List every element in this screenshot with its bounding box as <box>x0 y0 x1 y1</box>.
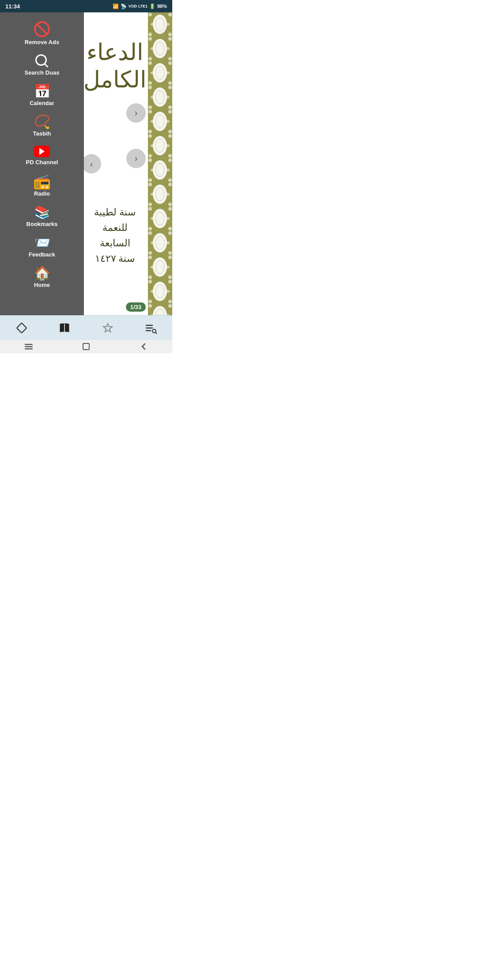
svg-rect-21 <box>25 346 33 347</box>
toolbar-bookmark-btn[interactable] <box>95 316 121 340</box>
android-back-btn[interactable] <box>138 341 149 352</box>
bookmarks-label: Bookmarks <box>26 221 58 227</box>
menu-icon <box>24 342 33 351</box>
remove-ads-label: Remove Ads <box>25 39 59 45</box>
remove-ads-icon <box>34 21 50 37</box>
nav-arrow-left[interactable]: ‹ <box>84 154 101 173</box>
book-page: الدعاء الكامل ‹ سنة لطيبة للنعمة السابعة… <box>84 12 172 315</box>
time: 11:34 <box>5 3 20 10</box>
bottom-toolbar <box>0 315 172 340</box>
status-icons: 📶 📡 VOD LTE1 🔋 98% <box>113 4 167 9</box>
android-home-btn[interactable] <box>81 341 91 352</box>
youtube-icon <box>34 146 50 157</box>
nav-arrow-right-bottom[interactable]: › <box>126 149 146 168</box>
sidebar-item-bookmarks[interactable]: 📚 Bookmarks <box>0 201 84 232</box>
content-area: الدعاء الكامل ‹ سنة لطيبة للنعمة السابعة… <box>84 12 172 315</box>
svg-rect-7 <box>148 12 172 315</box>
svg-marker-10 <box>103 324 112 332</box>
tasbih-label: Tasbih <box>33 130 51 137</box>
arabic-subtitle-2: سنة ١٤٢٧ <box>86 251 144 266</box>
svg-line-15 <box>155 332 157 334</box>
sidebar-item-remove-ads[interactable]: Remove Ads <box>0 17 84 50</box>
sidebar-item-home[interactable]: 🏠 Home <box>0 262 84 293</box>
feedback-label: Feedback <box>29 251 55 258</box>
calendar-icon: 📅 <box>34 85 50 98</box>
book-icon <box>58 322 71 334</box>
ornament-svg <box>148 12 172 315</box>
radio-label: Radio <box>34 190 50 197</box>
feedback-icon: 📨 <box>34 236 50 249</box>
battery-pct: 98% <box>157 4 167 9</box>
sidebar-item-calendar[interactable]: 📅 Calendar <box>0 80 84 111</box>
app-container: Remove Ads Search Duas 📅 Calendar 📿 Tasb… <box>0 12 172 315</box>
sim-icon: 📶 <box>113 4 119 9</box>
star-icon <box>102 322 114 334</box>
toolbar-book-btn[interactable] <box>51 316 78 340</box>
search-icon <box>35 54 49 68</box>
toolbar-rotate-btn[interactable] <box>8 316 35 340</box>
rotate-icon <box>15 322 28 334</box>
bookmarks-icon: 📚 <box>34 206 50 219</box>
battery-icon: 🔋 <box>149 4 155 9</box>
home-label: Home <box>34 282 50 288</box>
nav-arrow-right-top[interactable]: › <box>126 103 146 123</box>
svg-rect-8 <box>16 323 26 333</box>
svg-rect-23 <box>83 343 89 350</box>
ornamental-border <box>148 12 172 315</box>
android-nav <box>0 340 172 353</box>
search-duas-label: Search Duas <box>25 69 60 76</box>
home-icon: 🏠 <box>34 267 50 280</box>
page-indicator: 1/33 <box>126 302 146 312</box>
android-menu-btn[interactable] <box>23 341 34 352</box>
status-bar: 11:34 📶 📡 VOD LTE1 🔋 98% <box>0 0 172 12</box>
sidebar-item-tasbih[interactable]: 📿 Tasbih <box>0 111 84 141</box>
sidebar-item-feedback[interactable]: 📨 Feedback <box>0 232 84 262</box>
tasbih-icon: 📿 <box>34 115 50 128</box>
svg-rect-20 <box>25 344 33 345</box>
sidebar-item-radio[interactable]: 📻 Radio <box>0 170 84 201</box>
arabic-subtitle-1: سنة لطيبة للنعمة السابعة <box>86 204 144 251</box>
sidebar: Remove Ads Search Duas 📅 Calendar 📿 Tasb… <box>0 12 84 315</box>
radio-icon: 📻 <box>33 174 51 188</box>
toolbar-search-list-btn[interactable] <box>137 316 164 340</box>
signal-label: VOD LTE1 <box>129 4 148 8</box>
calendar-label: Calendar <box>30 100 54 106</box>
sidebar-item-search-duas[interactable]: Search Duas <box>0 50 84 80</box>
circle-icon <box>82 342 91 351</box>
search-list-icon <box>144 322 157 334</box>
back-icon <box>139 342 148 351</box>
sidebar-item-pd-channel[interactable]: PD Channel <box>0 141 84 170</box>
pd-channel-label: PD Channel <box>26 159 58 166</box>
svg-rect-22 <box>25 348 33 350</box>
wifi-icon: 📡 <box>121 4 127 9</box>
